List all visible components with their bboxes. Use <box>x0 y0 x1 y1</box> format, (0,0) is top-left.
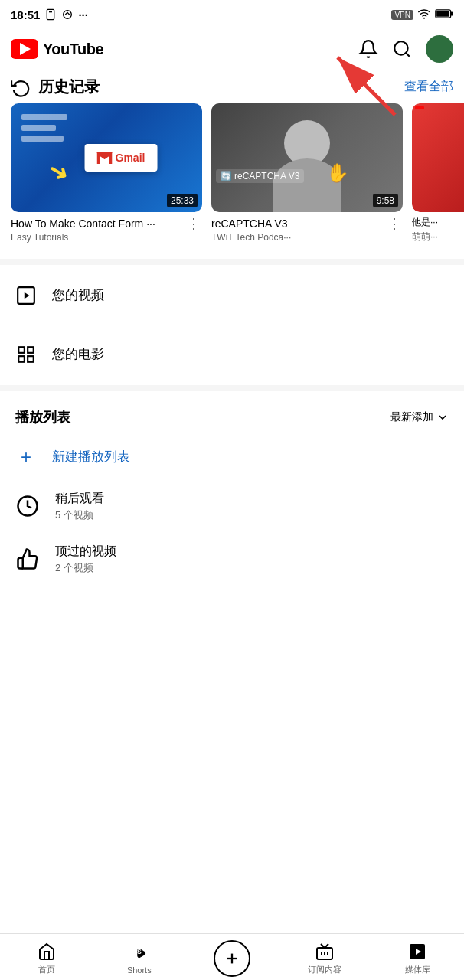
duration-badge-2: 9:58 <box>373 194 398 207</box>
bottom-nav: 首页 S Shorts <box>0 933 464 980</box>
avatar <box>426 35 453 63</box>
home-nav-label: 首页 <box>38 964 55 975</box>
video-channel-2: TWiT Tech Podca··· <box>211 232 291 243</box>
history-title-area: 历史记录 <box>11 77 100 97</box>
video-title-1: How To Make Contact Form ··· <box>11 217 155 230</box>
svg-rect-12 <box>18 347 25 353</box>
sort-label: 最新添加 <box>390 410 433 424</box>
battery-icon <box>435 8 453 19</box>
your-videos-label: 您的视频 <box>52 286 104 304</box>
subscriptions-nav-label: 订阅内容 <box>308 964 341 975</box>
divider-3 <box>0 385 464 391</box>
shorts-nav-label: Shorts <box>127 965 152 975</box>
divider-1 <box>0 259 464 265</box>
video-card-3[interactable]: 他是··· 萌萌··· <box>412 103 464 243</box>
svg-rect-6 <box>451 11 453 15</box>
playlist-info-liked: 顶过的视频 2 个视频 <box>55 544 116 575</box>
recaptcha-label: 🔄 reCAPTCHA V3 <box>216 169 304 183</box>
video-thumbnail-1: Gmail ➜ 25:33 <box>11 103 202 212</box>
playlist-title: 播放列表 <box>15 408 70 426</box>
svg-marker-11 <box>25 292 30 299</box>
home-icon <box>37 942 57 962</box>
library-nav-label: 媒体库 <box>405 964 430 975</box>
history-icon <box>11 77 31 97</box>
video-card-2[interactable]: ✋ 🔄 reCAPTCHA V3 9:58 reCAPTCHA V3 TWiT … <box>211 103 403 243</box>
history-section-header: 历史记录 查看全部 <box>0 69 464 103</box>
notification-button[interactable] <box>358 39 378 59</box>
logo-area: YouTube <box>11 39 103 59</box>
logo-text: YouTube <box>43 41 103 58</box>
playlist-item-watch-later[interactable]: 稍后观看 5 个视频 <box>0 480 464 533</box>
video-card-1[interactable]: Gmail ➜ 25:33 How To Make Contact Form ·… <box>11 103 202 243</box>
your-movies-label: 您的电影 <box>52 345 104 363</box>
svg-point-2 <box>64 11 72 19</box>
watch-later-name: 稍后观看 <box>55 491 104 507</box>
battery-display <box>435 8 453 21</box>
liked-videos-name: 顶过的视频 <box>55 544 116 560</box>
video-channel-1: Easy Tutorials <box>11 232 155 243</box>
library-svg <box>408 942 426 961</box>
shorts-icon: S <box>129 943 149 963</box>
shorts-svg: S <box>129 943 149 963</box>
wifi-icon <box>418 8 430 21</box>
header-icons <box>358 35 453 63</box>
video-title-3: 他是··· <box>412 217 438 229</box>
new-playlist-item[interactable]: + 新建播放列表 <box>0 434 464 480</box>
gmail-m-icon <box>97 152 113 164</box>
nav-item-home[interactable]: 首页 <box>24 942 70 975</box>
playlist-item-liked[interactable]: 顶过的视频 2 个视频 <box>0 533 464 586</box>
svg-rect-13 <box>28 347 34 353</box>
status-right: VPN <box>391 8 453 21</box>
main-content: 历史记录 查看全部 <box>0 69 464 693</box>
add-button[interactable] <box>214 940 250 977</box>
your-movies-item[interactable]: 您的电影 <box>0 330 464 379</box>
nav-item-shorts[interactable]: S Shorts <box>116 943 162 975</box>
nav-item-subscriptions[interactable]: 订阅内容 <box>302 942 348 975</box>
watch-later-count: 5 个视频 <box>55 508 104 522</box>
watch-later-icon <box>15 494 40 518</box>
thumbs-up-icon <box>15 547 40 571</box>
svg-text:S: S <box>137 948 142 956</box>
svg-rect-14 <box>18 356 25 362</box>
sort-button[interactable]: 最新添加 <box>390 410 449 424</box>
more-button-1[interactable]: ⋮ <box>185 217 202 230</box>
video-title-2: reCAPTCHA V3 <box>211 217 291 230</box>
video-info-3: 他是··· 萌萌··· <box>412 212 464 243</box>
grid-icon <box>15 344 37 365</box>
avatar-button[interactable] <box>426 35 453 63</box>
chevron-down-icon <box>436 411 449 423</box>
video-thumbnail-2: ✋ 🔄 reCAPTCHA V3 9:58 <box>211 103 403 212</box>
video-channel-3: 萌萌··· <box>412 230 438 243</box>
subscriptions-icon <box>315 942 335 962</box>
svg-rect-0 <box>47 9 54 19</box>
nav-item-create[interactable] <box>209 940 255 977</box>
yellow-arrow: ➜ <box>43 154 75 189</box>
svg-point-7 <box>394 41 407 54</box>
bell-icon <box>358 39 378 59</box>
cloud-icon <box>61 8 74 21</box>
video-scroll-container[interactable]: Gmail ➜ 25:33 How To Make Contact Form ·… <box>0 103 464 253</box>
app-header: YouTube <box>0 29 464 69</box>
view-all-link[interactable]: 查看全部 <box>404 79 453 95</box>
sim-icon <box>44 8 57 21</box>
svg-point-3 <box>423 18 425 19</box>
status-bar: 18:51 ··· VPN <box>0 0 464 29</box>
history-title: 历史记录 <box>38 77 100 97</box>
youtube-logo-icon <box>11 39 38 59</box>
liked-videos-count: 2 个视频 <box>55 561 116 575</box>
nav-item-library[interactable]: 媒体库 <box>394 942 440 975</box>
subscriptions-svg <box>315 942 334 961</box>
svg-rect-5 <box>436 11 449 17</box>
svg-line-8 <box>406 53 410 57</box>
search-button[interactable] <box>392 39 412 59</box>
time-display: 18:51 <box>11 8 40 21</box>
search-icon <box>392 39 412 59</box>
your-videos-item[interactable]: 您的视频 <box>0 271 464 320</box>
play-square-icon <box>15 285 37 306</box>
video-info-1: How To Make Contact Form ··· Easy Tutori… <box>11 212 202 243</box>
library-icon <box>407 942 427 962</box>
vpn-badge: VPN <box>391 10 413 20</box>
divider-2 <box>0 325 464 325</box>
more-button-2[interactable]: ⋮ <box>386 217 403 230</box>
plus-icon: + <box>15 446 37 468</box>
